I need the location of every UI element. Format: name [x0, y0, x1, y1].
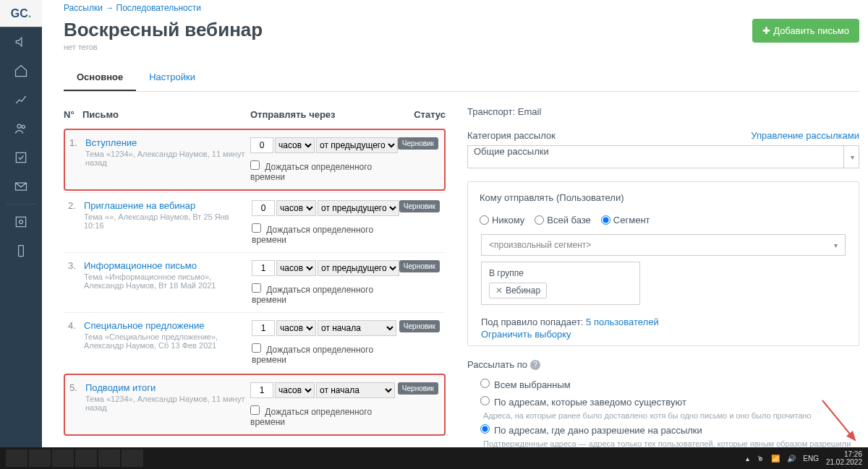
tab-settings[interactable]: Настройки	[136, 64, 208, 91]
phone-icon[interactable]	[0, 236, 42, 265]
wait-checkbox-row[interactable]: Дождаться определенного времени	[252, 343, 396, 365]
manage-mailings-link[interactable]: Управление рассылками	[751, 130, 859, 141]
rule-count-link[interactable]: 5 пользователей	[586, 317, 659, 327]
delay-input[interactable]	[250, 382, 273, 398]
sendby-opt-existing[interactable]: По адресам, которые заведомо существуют	[467, 393, 859, 410]
col-status: Статус	[395, 109, 446, 120]
radio-all[interactable]: Всей базе	[535, 215, 591, 225]
letter-subtitle: Тема «1234», Александр Наумов, 11 минут …	[85, 395, 250, 412]
svg-point-1	[22, 125, 25, 128]
table-row: 3.Информационное письмоТема «Информацион…	[64, 252, 446, 312]
svg-rect-5	[19, 246, 24, 257]
relative-select[interactable]: от предыдущего	[316, 137, 398, 153]
relative-select[interactable]: от начала	[316, 382, 395, 398]
letters-table: N° Письмо Отправлять через Статус 1.Всту…	[64, 106, 446, 447]
row-number: 1.	[69, 137, 85, 182]
table-row: 5.Подводим итогиТема «1234», Александр Н…	[64, 374, 446, 436]
sound-icon[interactable]	[0, 27, 42, 56]
status-badge: Черновик	[398, 382, 438, 395]
transport-value: Email	[518, 106, 542, 117]
mail-icon[interactable]	[0, 172, 42, 201]
add-letter-button[interactable]: ✚ Добавить письмо	[752, 19, 859, 43]
delay-input[interactable]	[252, 260, 275, 276]
status-badge: Черновик	[398, 137, 438, 150]
main-content: Рассылки → Последовательности Воскресный…	[42, 0, 868, 447]
table-row: 4.Специальное предложениеТема «Специальн…	[64, 312, 446, 372]
letter-title-link[interactable]: Приглашение на вебинар	[84, 200, 252, 211]
breadcrumb: Рассылки → Последовательности	[64, 3, 859, 13]
rule-label: Под правило попадает:	[481, 317, 583, 327]
sendby-opt-permitted[interactable]: По адресам, где дано разрешение на рассы…	[467, 421, 859, 439]
delay-input[interactable]	[252, 320, 275, 336]
col-letter: Письмо	[82, 109, 250, 120]
row-number: 4.	[68, 320, 84, 365]
chart-icon[interactable]	[0, 85, 42, 114]
in-group-label: В группе	[489, 268, 632, 278]
page-title: Воскресный вебинар	[64, 19, 263, 41]
unit-select[interactable]: часов	[275, 137, 315, 153]
unit-select[interactable]: часов	[276, 200, 316, 216]
letter-title-link[interactable]: Подводим итоги	[85, 382, 250, 393]
close-icon[interactable]: ✕	[495, 285, 503, 296]
table-row: 2.Приглашение на вебинарТема «», Алексан…	[64, 192, 446, 252]
breadcrumb-sequences[interactable]: Последовательности	[116, 3, 201, 13]
sendby-label: Рассылать по	[467, 359, 527, 370]
help-icon[interactable]: ?	[530, 360, 540, 370]
relative-select[interactable]: от предыдущего	[318, 200, 399, 216]
logo[interactable]: GC.	[0, 0, 42, 27]
table-row: 1.ВступлениеТема «1234», Александр Наумо…	[64, 129, 446, 191]
home-icon[interactable]	[0, 56, 42, 85]
letter-title-link[interactable]: Информационное письмо	[84, 260, 252, 271]
wait-checkbox-row[interactable]: Дождаться определенного времени	[250, 405, 395, 427]
col-send: Отправлять через	[250, 109, 395, 120]
status-badge: Черновик	[399, 320, 440, 332]
category-label: Категория рассылок	[467, 130, 556, 141]
delay-input[interactable]	[250, 137, 273, 153]
col-number: N°	[64, 109, 82, 120]
wait-checkbox-row[interactable]: Дождаться определенного времени	[252, 223, 396, 245]
letter-title-link[interactable]: Специальное предложение	[84, 320, 252, 331]
letter-title-link[interactable]: Вступление	[85, 137, 250, 148]
add-letter-label: Добавить письмо	[773, 25, 849, 36]
limit-selection-link[interactable]: Ограничить выборку	[474, 329, 853, 340]
unit-select[interactable]: часов	[276, 260, 316, 276]
plus-icon: ✚	[762, 25, 770, 36]
letter-subtitle: Тема «Специальное предложение», Александ…	[84, 332, 250, 350]
svg-rect-2	[16, 152, 25, 162]
category-value: Общие рассылки	[474, 146, 549, 157]
users-icon[interactable]	[0, 114, 42, 143]
tasks-icon[interactable]	[0, 143, 42, 172]
transport-label: Транспорт:	[467, 106, 515, 117]
row-number: 3.	[68, 260, 84, 305]
tabs: Основное Настройки	[64, 64, 859, 92]
group-tag[interactable]: ✕ Вебинар	[489, 283, 547, 298]
radio-segment[interactable]: Сегмент	[601, 215, 650, 225]
segment-placeholder: <произвольный сегмент>	[489, 240, 591, 250]
relative-select[interactable]: от предыдущего	[318, 260, 399, 276]
chevron-down-icon	[851, 151, 854, 162]
status-badge: Черновик	[399, 200, 440, 212]
chevron-down-icon	[834, 240, 838, 250]
svg-rect-3	[16, 217, 25, 226]
unit-select[interactable]: часов	[276, 320, 316, 336]
sendby-opt-all[interactable]: Всем выбранным	[467, 376, 859, 393]
gear-icon[interactable]	[0, 207, 42, 236]
breadcrumb-mailings[interactable]: Рассылки	[64, 3, 103, 13]
unit-select[interactable]: часов	[275, 382, 315, 398]
tab-main[interactable]: Основное	[64, 64, 136, 91]
letter-subtitle: Тема «1234», Александр Наумов, 11 минут …	[85, 150, 250, 167]
left-sidebar: GC.	[0, 0, 42, 447]
delay-input[interactable]	[252, 200, 275, 216]
wait-checkbox-row[interactable]: Дождаться определенного времени	[252, 283, 396, 305]
relative-select[interactable]: от начала	[318, 320, 396, 336]
group-box: В группе ✕ Вебинар	[481, 262, 640, 305]
letter-subtitle: Тема «», Александр Наумов, Вт 25 Янв 10:…	[84, 212, 250, 230]
category-select[interactable]: Общие рассылки	[467, 145, 859, 168]
recipients-label: Кому отправлять (Пользователи)	[474, 188, 853, 207]
radio-none[interactable]: Никому	[480, 215, 524, 225]
svg-point-0	[17, 124, 21, 128]
row-number: 2.	[68, 200, 84, 245]
wait-checkbox-row[interactable]: Дождаться определенного времени	[250, 160, 395, 182]
segment-select[interactable]: <произвольный сегмент>	[481, 234, 846, 256]
sendby-opt3-hint: Подтвержденные адреса — адреса только те…	[483, 439, 859, 447]
